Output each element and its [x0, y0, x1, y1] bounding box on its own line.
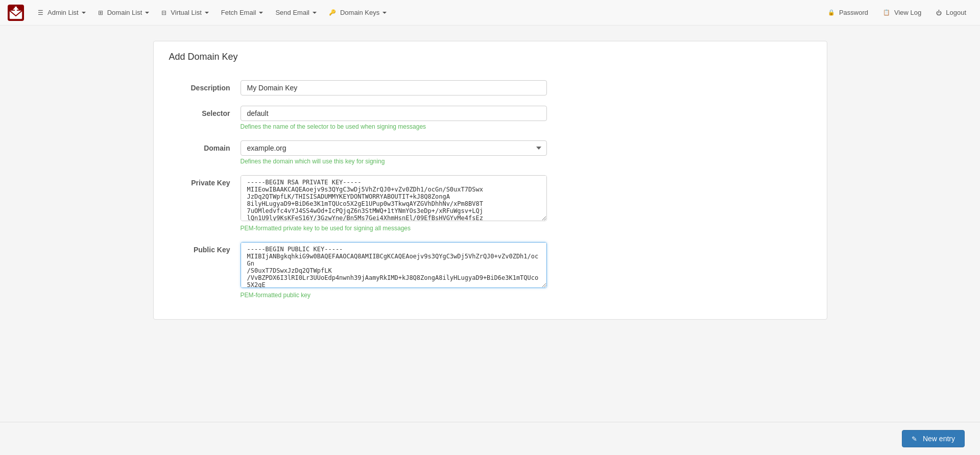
nav-link-virtual-list[interactable]: Virtual List	[155, 0, 214, 25]
domain-group: Domain example.org Defines the domain wh…	[169, 140, 811, 165]
logo-icon	[8, 5, 24, 21]
main-nav: Admin List Domain List Virtual List Fetc…	[32, 0, 393, 25]
private-key-help: PEM-formatted private key to be used for…	[241, 225, 547, 232]
public-key-label: Public Key	[169, 242, 241, 254]
public-key-textarea[interactable]	[241, 242, 547, 288]
nav-item-domain-keys: Domain Keys	[323, 0, 393, 25]
selector-help: Defines the name of the selector to be u…	[241, 123, 547, 130]
main-content: Add Domain Key Description Selector Defi…	[133, 26, 848, 335]
nav-item-send-email: Send Email	[269, 0, 322, 25]
domain-list-caret	[145, 12, 149, 14]
nav-link-send-email[interactable]: Send Email	[269, 0, 322, 25]
password-label: Password	[839, 9, 868, 16]
private-key-label: Private Key	[169, 175, 241, 187]
selector-input[interactable]	[241, 106, 547, 121]
domain-select[interactable]: example.org	[241, 140, 547, 156]
public-key-help: PEM-formatted public key	[241, 292, 547, 299]
public-key-control-wrap: PEM-formatted public key	[241, 242, 547, 299]
description-label: Description	[169, 80, 241, 92]
domain-keys-label: Domain Keys	[340, 9, 379, 16]
navbar: Admin List Domain List Virtual List Fetc…	[0, 0, 980, 26]
virtual-list-label: Virtual List	[171, 9, 201, 16]
domain-help: Defines the domain which will use this k…	[241, 158, 547, 165]
nav-item-virtual-list: Virtual List	[155, 0, 214, 25]
nav-link-view-log[interactable]: View Log	[877, 9, 927, 16]
nav-link-domain-list[interactable]: Domain List	[92, 0, 156, 25]
selector-control-wrap: Defines the name of the selector to be u…	[241, 106, 547, 130]
add-domain-key-card: Add Domain Key Description Selector Defi…	[153, 41, 827, 320]
description-control-wrap	[241, 80, 547, 95]
page-title: Add Domain Key	[169, 52, 811, 67]
description-input[interactable]	[241, 80, 547, 95]
view-log-label: View Log	[894, 9, 921, 16]
nav-link-password[interactable]: Password	[822, 9, 874, 16]
domain-control-wrap: example.org Defines the domain which wil…	[241, 140, 547, 165]
nav-link-fetch-email[interactable]: Fetch Email	[215, 0, 270, 25]
private-key-textarea[interactable]	[241, 175, 547, 221]
fetch-email-label: Fetch Email	[221, 9, 256, 16]
domain-label: Domain	[169, 140, 241, 152]
selector-label: Selector	[169, 106, 241, 117]
private-key-control-wrap: PEM-formatted private key to be used for…	[241, 175, 547, 232]
virtual-list-caret	[205, 12, 209, 14]
send-email-label: Send Email	[275, 9, 309, 16]
brand-logo[interactable]	[8, 5, 24, 21]
navbar-right: Password View Log Logout	[822, 9, 972, 16]
nav-link-admin-list[interactable]: Admin List	[32, 0, 92, 25]
private-key-group: Private Key PEM-formatted private key to…	[169, 175, 811, 232]
send-email-caret	[313, 12, 317, 14]
logout-label: Logout	[946, 9, 966, 16]
svg-rect-3	[15, 7, 17, 11]
nav-item-domain-list: Domain List	[92, 0, 156, 25]
admin-list-caret	[82, 12, 86, 14]
description-group: Description	[169, 80, 811, 95]
nav-link-domain-keys[interactable]: Domain Keys	[323, 0, 393, 25]
nav-item-admin-list: Admin List	[32, 0, 92, 25]
selector-group: Selector Defines the name of the selecto…	[169, 106, 811, 130]
nav-link-logout[interactable]: Logout	[930, 9, 972, 16]
domain-keys-caret	[383, 12, 387, 14]
public-key-group: Public Key PEM-formatted public key	[169, 242, 811, 299]
nav-item-fetch-email: Fetch Email	[215, 0, 270, 25]
admin-list-label: Admin List	[47, 9, 79, 16]
domain-list-label: Domain List	[107, 9, 142, 16]
fetch-email-caret	[259, 12, 263, 14]
